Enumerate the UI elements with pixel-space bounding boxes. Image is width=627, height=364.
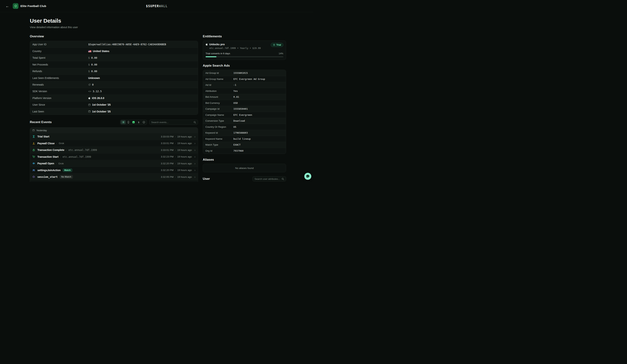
overview-heading: Overview xyxy=(30,35,198,38)
row-value: EXACT xyxy=(233,143,241,146)
us-flag-icon xyxy=(88,50,91,52)
table-row: Country Or RegionUS xyxy=(203,124,286,130)
event-row-session-start[interactable]: Session Start 3:32:05 PM · 19 hours ago … xyxy=(30,180,198,182)
aliases-heading: Aliases xyxy=(203,158,286,162)
event-time: 3:33:01 PM xyxy=(161,149,173,151)
hourglass-icon xyxy=(32,135,35,138)
filter-all-events-button[interactable] xyxy=(121,120,126,124)
logo-text-primary: $SUPER xyxy=(146,4,159,8)
table-row: User Since 1st October '25 xyxy=(30,101,198,108)
club-logo-icon xyxy=(13,3,18,9)
top-bar: ← Elite Football Club $SUPER WALL xyxy=(0,0,314,12)
row-value: 1555801015 xyxy=(233,72,248,74)
filter-paywall-events-button[interactable] xyxy=(131,120,136,124)
page-title: User Details xyxy=(30,18,314,24)
event-row-trial-start[interactable]: Trial Start 3:33:03 PM · 19 hours ago › xyxy=(30,133,198,140)
event-name: Paywall Open xyxy=(37,162,54,165)
table-row: SDK Version <> 3.12.5 xyxy=(30,88,198,94)
trial-badge-label: Trial xyxy=(276,44,281,46)
chevron-right-icon: › xyxy=(194,169,195,172)
filter-info-events-button[interactable] xyxy=(141,120,147,124)
superwall-logo: $SUPER WALL xyxy=(146,4,167,8)
table-row: Ad Group Id1555801015 xyxy=(203,70,286,76)
calendar-icon xyxy=(32,129,35,131)
user-heading: User xyxy=(203,177,210,181)
separator: · xyxy=(175,142,176,145)
refresh-icon xyxy=(88,84,91,86)
filter-device-events-button[interactable] xyxy=(126,120,131,124)
search-icon xyxy=(282,178,284,180)
table-row: Bid Amount0.81 xyxy=(203,94,286,100)
right-column: Entitlements Unlocks pro etc.annual.7df.… xyxy=(203,35,286,182)
separator: · xyxy=(175,169,176,172)
event-ago: 19 hours ago xyxy=(177,169,192,172)
row-label: User Since xyxy=(32,103,88,106)
club-name: Elite Football Club xyxy=(20,4,46,8)
event-row-transaction-start[interactable]: Transaction Start · etc.annual.7df.1999 … xyxy=(30,153,198,160)
separator: · xyxy=(175,162,176,165)
support-chat-button[interactable] xyxy=(304,173,311,180)
event-name: Transaction Complete xyxy=(37,148,64,151)
apple-search-ads-table: Ad Group Id1555801015 Ad Group NameEFC E… xyxy=(203,70,286,154)
trial-status-badge: Trial xyxy=(271,43,283,47)
user-attributes-search xyxy=(253,176,286,182)
event-name: session_start xyxy=(37,175,58,178)
recent-events-heading: Recent Events xyxy=(30,120,52,124)
event-ago: 19 hours ago xyxy=(177,162,192,165)
events-search xyxy=(149,120,198,125)
filter-transaction-events-button[interactable]: $ xyxy=(136,120,141,124)
event-time: 3:32:20 PM xyxy=(161,162,173,165)
event-detail: Grok xyxy=(59,142,64,145)
table-row: Country United States xyxy=(30,48,198,54)
table-row: Total Spent $ 0.00 xyxy=(30,54,198,61)
event-time: 3:33:03 PM xyxy=(161,135,173,138)
event-name: Trial Start xyxy=(37,135,49,138)
code-icon: <> xyxy=(88,90,91,93)
arrow-down-tray-icon xyxy=(32,142,35,145)
table-row: Refunds $ 0.00 xyxy=(30,68,198,75)
separator: · xyxy=(175,176,176,178)
dollar-icon: $ xyxy=(88,56,90,59)
event-row-settings-join-action[interactable]: settingsJoinAction Match 3:32:20 PM · 19… xyxy=(30,167,198,174)
row-value: 0.00 xyxy=(91,63,97,66)
apple-icon xyxy=(206,43,208,46)
user-section-header: User xyxy=(203,176,286,182)
row-label: Ad Group Name xyxy=(205,78,233,80)
event-row-paywall-open[interactable]: Paywall Open · Grok 3:32:20 PM · 19 hour… xyxy=(30,160,198,167)
event-row-transaction-complete[interactable]: Transaction Complete · etc.annual.7df.19… xyxy=(30,146,198,153)
trial-converts-label: Trial converts in 6 days xyxy=(206,52,230,55)
event-ago: 19 hours ago xyxy=(177,142,192,145)
event-row-paywall-close[interactable]: Paywall Close · Grok 3:33:01 PM · 19 hou… xyxy=(30,140,198,147)
row-value: build lineup xyxy=(233,137,251,140)
separator: · xyxy=(56,162,57,165)
row-label: Country xyxy=(32,50,88,53)
separator: · xyxy=(60,155,61,158)
table-row: Keyword Namebuild lineup xyxy=(203,136,286,142)
chevron-right-icon: › xyxy=(194,148,195,152)
apple-icon xyxy=(88,97,90,99)
aliases-empty-text: No aliases found xyxy=(235,167,254,170)
table-row: Ad Id-1 xyxy=(203,82,286,88)
events-list: Yesterday Trial Start 3:33:03 PM · 19 ho… xyxy=(30,127,198,182)
row-value: 1555850401 xyxy=(233,107,248,110)
row-label: Last Seen xyxy=(32,110,88,113)
separator: · xyxy=(175,149,176,151)
event-name: Transaction Start xyxy=(37,155,58,158)
entitlement-name: Unlocks pro xyxy=(209,43,225,46)
event-row-session-start-lower[interactable]: session_start No Match 3:32:05 PM · 19 h… xyxy=(30,173,198,180)
row-value: $SuperwallAlias:40EC9876-A85E-4AE9-8762-… xyxy=(88,43,166,46)
events-search-input[interactable] xyxy=(151,121,192,124)
eye-icon xyxy=(32,162,35,165)
user-attributes-search-input[interactable] xyxy=(255,178,280,180)
match-badge: Match xyxy=(63,168,72,172)
table-row: Last Seen 1st October '25 xyxy=(30,108,198,115)
row-value: 1st October '25 xyxy=(92,110,111,113)
table-row: Match TypeEXACT xyxy=(203,142,286,148)
row-label: Campaign Name xyxy=(205,114,233,116)
event-detail: etc.annual.7df.1999 xyxy=(63,155,91,158)
separator: · xyxy=(66,148,67,151)
back-button[interactable]: ← xyxy=(4,3,10,9)
event-name: Paywall Close xyxy=(37,142,54,145)
page-subtitle: View detailed information about this use… xyxy=(30,26,314,29)
table-row: Renewals 0 xyxy=(30,81,198,88)
